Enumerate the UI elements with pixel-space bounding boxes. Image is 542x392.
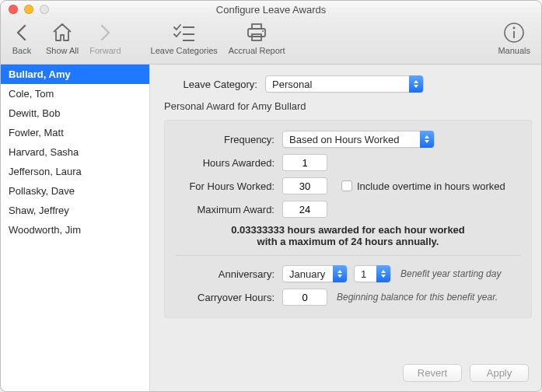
include-overtime-label: Include overtime in hours worked: [357, 180, 505, 192]
list-item[interactable]: Woodworth, Jim: [1, 220, 149, 240]
frequency-select[interactable]: Based on Hours Worked: [282, 131, 435, 148]
leave-category-select[interactable]: Personal: [265, 75, 424, 93]
chevron-up-down-icon: [333, 265, 347, 282]
chevron-left-icon: [13, 21, 30, 44]
window-title: Configure Leave Awards: [1, 4, 541, 16]
hours-awarded-label: Hours Awarded:: [175, 157, 282, 169]
svg-point-6: [262, 30, 264, 32]
revert-button[interactable]: Revert: [403, 364, 462, 382]
accrual-report-button[interactable]: Accrual Report: [229, 21, 285, 55]
chevron-right-icon: [96, 21, 114, 44]
list-item[interactable]: Pollasky, Dave: [1, 181, 149, 201]
list-item[interactable]: Harvard, Sasha: [1, 142, 149, 162]
include-overtime-checkbox[interactable]: [341, 180, 352, 191]
frequency-label: Frequency:: [175, 134, 282, 145]
hours-awarded-input[interactable]: [282, 154, 327, 171]
svg-point-8: [513, 27, 516, 30]
footer-buttons: Revert Apply: [403, 364, 529, 382]
chevron-up-down-icon: [376, 265, 390, 282]
for-hours-worked-label: For Hours Worked:: [175, 180, 282, 192]
for-hours-worked-input[interactable]: [282, 177, 327, 194]
leave-categories-button[interactable]: Leave Categories: [151, 21, 218, 55]
list-item[interactable]: Fowler, Matt: [1, 123, 149, 142]
divider: [175, 255, 521, 256]
manuals-button[interactable]: Manuals: [498, 21, 530, 55]
apply-button[interactable]: Apply: [470, 364, 529, 382]
anniversary-hint: Benefit year starting day: [400, 268, 501, 279]
carryover-hint: Beginning balance for this benefit year.: [337, 292, 498, 303]
config-leave-awards-window: Configure Leave Awards Back Show All Fo: [0, 0, 542, 392]
anniversary-day-select[interactable]: 1: [354, 265, 391, 282]
list-item[interactable]: Dewitt, Bob: [1, 103, 149, 123]
maximum-award-input[interactable]: [282, 201, 327, 218]
titlebar: Configure Leave Awards: [1, 1, 541, 18]
list-item[interactable]: Cole, Tom: [1, 84, 149, 103]
chevron-up-down-icon: [420, 131, 434, 148]
back-button[interactable]: Back: [9, 21, 35, 55]
info-icon: [502, 21, 526, 44]
svg-rect-4: [248, 29, 265, 37]
employee-list[interactable]: Bullard, Amy Cole, Tom Dewitt, Bob Fowle…: [1, 65, 150, 391]
svg-rect-5: [252, 34, 261, 40]
anniversary-month-select[interactable]: January: [282, 265, 348, 282]
list-item[interactable]: Bullard, Amy: [1, 65, 149, 84]
leave-category-label: Leave Category:: [164, 79, 265, 90]
award-summary: 0.03333333 hours awarded for each hour w…: [175, 224, 521, 247]
carryover-hours-input[interactable]: [282, 289, 327, 306]
checklist-icon: [171, 21, 198, 44]
svg-rect-3: [252, 24, 261, 29]
anniversary-label: Anniversary:: [175, 268, 282, 280]
award-section-title: Personal Award for Amy Bullard: [164, 100, 532, 112]
toolbar: Back Show All Forward: [1, 18, 541, 65]
list-item[interactable]: Jefferson, Laura: [1, 162, 149, 181]
printer-icon: [243, 21, 270, 44]
show-all-button[interactable]: Show All: [46, 21, 79, 55]
list-item[interactable]: Shaw, Jeffrey: [1, 201, 149, 220]
main-panel: Leave Category: Personal Personal Award …: [150, 65, 541, 391]
forward-button[interactable]: Forward: [89, 21, 121, 55]
carryover-label: Carryover Hours:: [175, 292, 282, 303]
award-settings-panel: Frequency: Based on Hours Worked Hours A…: [164, 120, 532, 318]
chevron-up-down-icon: [409, 75, 423, 93]
home-icon: [51, 21, 74, 44]
maximum-award-label: Maximum Award:: [175, 204, 282, 215]
